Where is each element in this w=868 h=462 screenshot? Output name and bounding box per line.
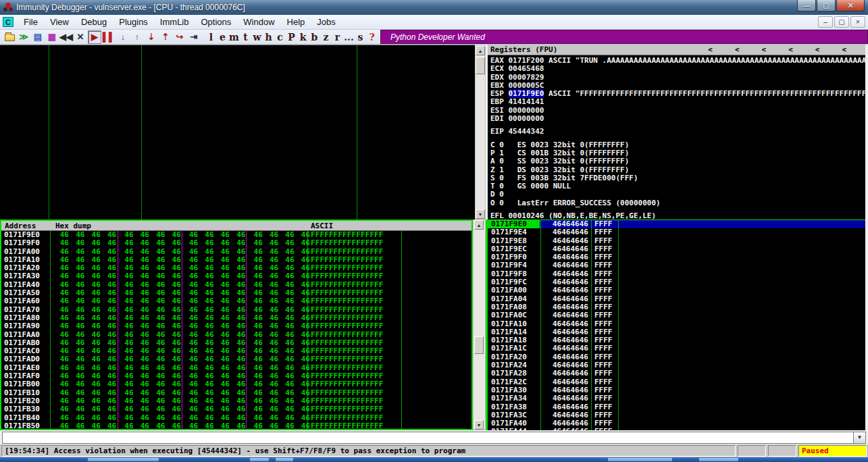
hexdump-row[interactable]: 0171FB0046464646464646464646464646464646… <box>1 380 471 388</box>
hexdump-row[interactable]: 0171FAD046464646464646464646464646464646… <box>1 355 471 363</box>
command-dropdown-button[interactable]: ▼ <box>853 432 866 444</box>
stack-row[interactable]: 0171F9E046464646FFFF <box>488 220 865 228</box>
stack-row[interactable]: 0171F9EC46464646FFFF <box>488 245 865 253</box>
hexdump-row[interactable]: 0171FB3046464646464646464646464646464646… <box>1 405 471 413</box>
windows-icon[interactable]: ▦ <box>45 30 59 44</box>
stack-row[interactable]: 0171FA2446464646FFFF <box>488 361 865 369</box>
registers-collapse-chevrons[interactable]: <<<<<< <box>708 45 863 54</box>
disassembly-scrollbar[interactable]: ▲ ▼ <box>475 45 486 220</box>
hexdump-row[interactable]: 0171FA3046464646464646464646464646464646… <box>1 272 471 280</box>
stack-row[interactable]: 0171FA0846464646FFFF <box>488 303 865 311</box>
menu-item-plugins[interactable]: Plugins <box>113 16 154 28</box>
register-line[interactable] <box>490 123 865 128</box>
stack-row[interactable]: 0171F9F046464646FFFF <box>488 253 865 261</box>
register-line[interactable]: EDI 00000000 <box>490 115 865 123</box>
play-icon[interactable]: ▶ <box>88 30 101 44</box>
hexdump-row[interactable]: 0171FAA046464646464646464646464646464646… <box>1 331 471 339</box>
mdi-restore-button[interactable]: ▢ <box>834 16 849 28</box>
scroll-up-arrow[interactable]: ▲ <box>474 220 484 230</box>
stack-row[interactable]: 0171FA1846464646FFFF <box>488 336 865 344</box>
close-button[interactable]: ✕ <box>836 0 865 11</box>
toolbar-shortcut-w[interactable]: w <box>251 30 263 44</box>
mdi-minimize-button[interactable]: – <box>818 16 833 28</box>
stack-row[interactable]: 0171F9FC46464646FFFF <box>488 278 865 286</box>
toolbar-shortcut-misc[interactable]: ? <box>366 30 378 44</box>
open-folder-icon[interactable] <box>3 30 16 44</box>
stack-row[interactable]: 0171F9E846464646FFFF <box>488 237 865 245</box>
stack-row[interactable]: 0171FA1046464646FFFF <box>488 320 865 328</box>
hexdump-row[interactable]: 0171F9F046464646464646464646464646464646… <box>1 239 471 247</box>
cpu-child-icon[interactable]: C <box>3 17 14 27</box>
stack-pane[interactable]: 0171F9E046464646FFFF0171F9E446464646FFFF… <box>486 220 865 430</box>
run-to-user-code-icon[interactable]: ⇥ <box>187 30 201 44</box>
toolbar-shortcut-m[interactable]: m <box>228 30 240 44</box>
menu-item-options[interactable]: Options <box>195 16 237 28</box>
hexdump-scrollbar[interactable]: ▲ ▼ <box>473 220 486 430</box>
trace-over-icon[interactable]: ⇡ <box>159 30 172 44</box>
toolbar-shortcut-h[interactable]: h <box>263 30 274 44</box>
step-into-icon[interactable]: ↓ <box>116 30 130 44</box>
scroll-down-arrow[interactable]: ▼ <box>474 420 484 430</box>
collapse-chevron-icon[interactable]: < <box>788 45 793 54</box>
toolbar-shortcut-z[interactable]: z <box>320 30 332 44</box>
collapse-chevron-icon[interactable]: < <box>735 45 740 54</box>
restore-button[interactable]: ▢ <box>817 0 836 11</box>
mdi-close-button[interactable]: × <box>850 16 865 28</box>
register-line[interactable]: ESP 0171F9E0 ASCII "FFFFFFFFFFFFFFFFFFFF… <box>490 90 865 98</box>
stack-row[interactable]: 0171FA2046464646FFFF <box>488 353 865 361</box>
scroll-down-arrow[interactable]: ▼ <box>476 209 485 219</box>
stack-row[interactable]: 0171FA0C46464646FFFF <box>488 311 865 319</box>
menu-item-view[interactable]: View <box>44 16 75 28</box>
menu-item-immlib[interactable]: ImmLib <box>154 16 195 28</box>
step-over-icon[interactable]: ↑ <box>130 30 144 44</box>
toolbar-shortcut-P[interactable]: P <box>286 30 297 44</box>
menu-item-jobs[interactable]: Jobs <box>311 16 341 28</box>
toolbar-shortcut-t[interactable]: t <box>240 30 251 44</box>
toolbar-shortcut-l[interactable]: l <box>205 30 217 44</box>
scroll-thumb[interactable] <box>474 336 484 354</box>
register-line[interactable]: ECX 00465468 <box>490 65 865 73</box>
toolbar-shortcut-k[interactable]: k <box>297 30 309 44</box>
scroll-up-arrow[interactable]: ▲ <box>476 46 485 55</box>
menu-item-help[interactable]: Help <box>281 16 311 28</box>
stack-row[interactable]: 0171FA3846464646FFFF <box>488 403 865 411</box>
stack-row[interactable]: 0171FA4046464646FFFF <box>488 419 865 428</box>
hexdump-row[interactable]: 0171FA9046464646464646464646464646464646… <box>1 322 471 330</box>
stack-row[interactable]: 0171FA3446464646FFFF <box>488 394 865 403</box>
toolbar-shortcut-e[interactable]: e <box>217 30 228 44</box>
stack-row[interactable]: 0171FA1C46464646FFFF <box>488 344 865 353</box>
toolbar-shortcut-r[interactable]: r <box>332 30 343 44</box>
register-line[interactable]: EBP 41414141 <box>490 98 865 106</box>
register-line[interactable]: EIP 45444342 <box>490 128 865 136</box>
register-line[interactable]: O 0 LastErr ERROR_SUCCESS (00000000) <box>490 199 865 207</box>
register-line[interactable]: EDX 00007829 <box>490 74 865 82</box>
hexdump-row[interactable]: 0171FB5046464646464646464646464646464646… <box>1 422 471 430</box>
collapse-chevron-icon[interactable]: < <box>762 45 767 54</box>
log-window-icon[interactable]: ▤ <box>31 30 45 44</box>
hexdump-row[interactable]: 0171FB4046464646464646464646464646464646… <box>1 414 471 422</box>
stack-row[interactable]: 0171FA1446464646FFFF <box>488 328 865 336</box>
execute-till-return-icon[interactable]: ↪ <box>173 30 186 44</box>
toolbar-shortcut-miscmiscmisc[interactable]: ... <box>343 30 355 44</box>
stack-row[interactable]: 0171FA3046464646FFFF <box>488 386 865 394</box>
toolbar-shortcut-s[interactable]: s <box>355 30 366 44</box>
toolbar-shortcut-c[interactable]: c <box>274 30 286 44</box>
scroll-thumb[interactable] <box>476 57 485 74</box>
toolbar-shortcut-b[interactable]: b <box>309 30 320 44</box>
collapse-chevron-icon[interactable]: < <box>842 45 846 54</box>
menu-item-window[interactable]: Window <box>237 16 280 28</box>
disassembly-pane[interactable] <box>0 45 475 220</box>
minimize-button[interactable]: — <box>797 0 816 11</box>
collapse-chevron-icon[interactable]: < <box>708 45 713 54</box>
registers-pane[interactable]: Registers (FPU) <<<<<< EAX 0171F200 ASCI… <box>488 45 865 220</box>
trace-into-icon[interactable]: ⇣ <box>145 30 158 44</box>
menu-item-debug[interactable]: Debug <box>75 16 113 28</box>
stack-row[interactable]: 0171F9F446464646FFFF <box>488 261 865 270</box>
rewind-icon[interactable]: ◀◀ <box>59 30 73 44</box>
restart-icon[interactable]: ≫ <box>17 30 30 44</box>
stack-row[interactable]: 0171FA2C46464646FFFF <box>488 378 865 386</box>
command-input[interactable] <box>2 432 853 444</box>
stack-row[interactable]: 0171FA3C46464646FFFF <box>488 411 865 419</box>
register-line[interactable]: EAX 0171F200 ASCII "TRUN .AAAAAAAAAAAAAA… <box>490 57 865 65</box>
stack-row[interactable]: 0171FA0446464646FFFF <box>488 295 865 303</box>
